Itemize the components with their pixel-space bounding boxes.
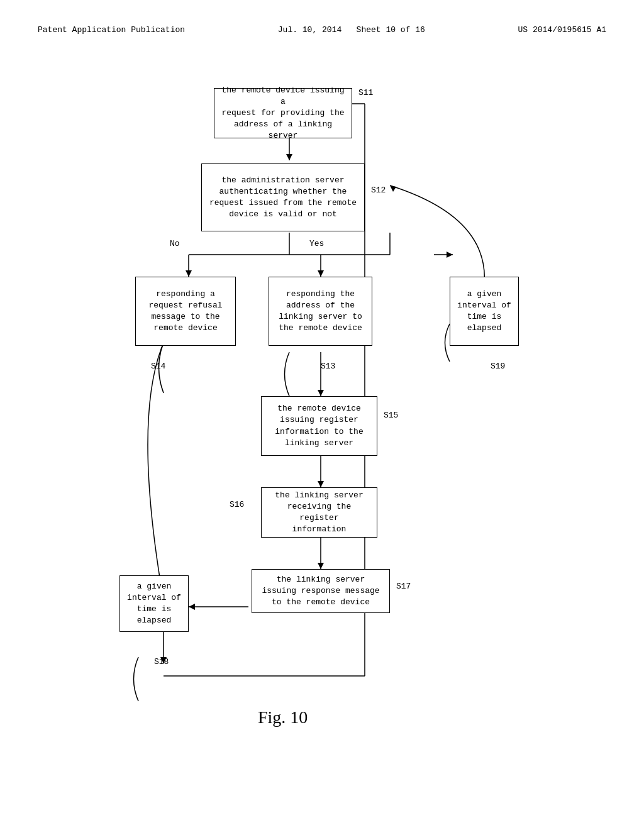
yes-label: Yes — [309, 239, 324, 248]
box-s15: the remote deviceissuing registerinforma… — [261, 396, 377, 456]
box-s11: the remote device issuing arequest for p… — [214, 88, 352, 138]
svg-marker-18 — [189, 604, 195, 610]
page: Patent Application Publication Jul. 10, … — [0, 0, 644, 830]
box-s16: the linking serverreceiving the register… — [261, 487, 377, 538]
header-center: Jul. 10, 2014 Sheet 10 of 16 — [278, 25, 425, 35]
svg-marker-5 — [186, 270, 192, 277]
step-s14: S14 — [151, 362, 165, 371]
svg-marker-10 — [447, 252, 453, 258]
figure-label: Fig. 10 — [258, 707, 308, 728]
step-s18: S18 — [154, 657, 169, 667]
step-s11: S11 — [358, 88, 373, 97]
step-s16: S16 — [230, 500, 244, 509]
svg-marker-21 — [390, 185, 396, 192]
step-s15: S15 — [384, 411, 398, 420]
box-s18-given: a giveninterval oftime iselapsed — [119, 575, 189, 632]
header-left: Patent Application Publication — [38, 25, 185, 35]
svg-marker-16 — [318, 563, 324, 569]
svg-marker-1 — [286, 154, 292, 160]
box-s13: responding theaddress of thelinking serv… — [269, 277, 372, 346]
svg-marker-14 — [318, 481, 324, 487]
step-s12: S12 — [371, 185, 386, 195]
step-s13: S13 — [321, 362, 335, 371]
page-header: Patent Application Publication Jul. 10, … — [38, 25, 606, 35]
step-s17: S17 — [396, 582, 411, 591]
box-s17: the linking serverissuing response messa… — [252, 569, 390, 613]
step-s19: S19 — [491, 362, 505, 371]
diagram-area: the remote device issuing arequest for p… — [38, 53, 606, 795]
box-s12: the administration serverauthenticating … — [201, 163, 365, 231]
box-s14: responding arequest refusalmessage to th… — [135, 277, 236, 346]
svg-marker-7 — [318, 270, 324, 277]
box-s19: a giveninterval oftime iselapsed — [450, 277, 519, 346]
header-right: US 2014/0195615 A1 — [518, 25, 606, 35]
no-label: No — [170, 239, 180, 248]
svg-marker-12 — [318, 390, 324, 396]
